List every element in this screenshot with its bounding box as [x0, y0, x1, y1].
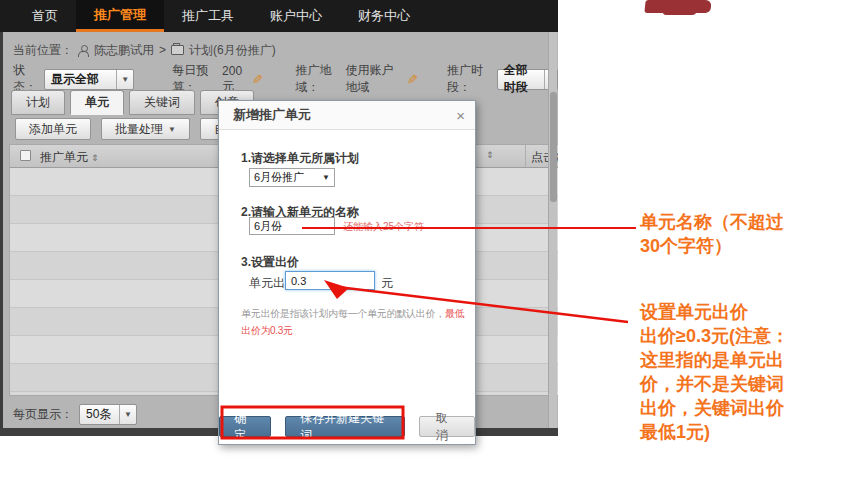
nav-item-promotion-tools[interactable]: 推广工具 — [164, 0, 252, 32]
folder-icon — [171, 45, 184, 55]
schedule-value: 全部时段 — [498, 62, 545, 96]
vertical-scrollbar[interactable] — [548, 32, 557, 428]
status-value: 显示全部 — [45, 71, 105, 88]
bid-note: 单元出价是指该计划内每一个单元的默认出价，最低出价为0.3元 — [241, 305, 467, 339]
top-nav: 首页 推广管理 推广工具 账户中心 财务中心 — [0, 0, 558, 32]
nav-item-home[interactable]: 首页 — [14, 0, 76, 32]
chevron-down-icon: ▼ — [119, 405, 136, 424]
close-icon[interactable]: × — [456, 108, 465, 123]
screenshot-stage: 首页 推广管理 推广工具 账户中心 财务中心 当前位置： 陈志鹏试用 > 计划(… — [0, 0, 855, 480]
new-unit-modal: 新增推广单元 × 1.请选择单元所属计划 6月份推广 ▼ 2.请输入新单元的名称… — [218, 100, 476, 445]
tab-plan[interactable]: 计划 — [11, 90, 65, 115]
plan-select-value: 6月份推广 — [254, 170, 304, 185]
tab-unit[interactable]: 单元 — [70, 90, 124, 115]
bid-note-gray: 单元出价是指该计划内每一个单元的默认出价， — [241, 308, 445, 319]
edit-budget-icon[interactable]: ✎ — [252, 72, 263, 87]
edit-region-icon[interactable]: ✎ — [407, 72, 418, 87]
chevron-down-icon: ▼ — [116, 70, 133, 89]
select-all-checkbox[interactable] — [20, 150, 31, 161]
annotation-unit-bid: 设置单元出价 出价≥0.3元(注意： 这里指的是单元出 价，并不是关键词 出价，… — [640, 300, 845, 444]
column-header-unit[interactable]: 推广单元 — [40, 149, 88, 166]
nav-item-account-center[interactable]: 账户中心 — [252, 0, 340, 32]
save-and-new-keyword-button[interactable]: 保存并新建关键词 — [285, 416, 404, 437]
region-value: 使用账户地域 — [345, 62, 401, 96]
unit-bid-input[interactable]: 0.3 — [285, 271, 375, 290]
redaction-blob — [644, 0, 711, 13]
per-page-dropdown[interactable]: 50条 ▼ — [79, 404, 137, 425]
sort-icon[interactable]: ⇕ — [91, 153, 99, 163]
confirm-button[interactable]: 确定 — [219, 416, 271, 437]
add-unit-label: 添加单元 — [29, 121, 77, 138]
modal-title: 新增推广单元 — [233, 106, 311, 124]
step1-label: 1.请选择单元所属计划 — [241, 150, 359, 167]
status-dropdown[interactable]: 显示全部 ▼ — [44, 69, 134, 90]
breadcrumb-user[interactable]: 陈志鹏试用 — [94, 42, 154, 59]
modal-header: 新增推广单元 × — [219, 101, 475, 130]
schedule-label: 推广时段： — [447, 62, 494, 96]
cancel-button[interactable]: 取消 — [419, 416, 475, 437]
plan-select[interactable]: 6月份推广 ▼ — [249, 168, 335, 187]
unit-name-input[interactable]: 6月份 — [249, 217, 335, 235]
breadcrumb-plan[interactable]: 计划(6月份推广) — [189, 42, 276, 59]
tab-keyword[interactable]: 关键词 — [129, 90, 195, 115]
chevron-down-icon: ▼ — [322, 173, 330, 182]
modal-footer: 确定 保存并新建关键词 取消 — [219, 416, 475, 437]
per-page-value: 50条 — [80, 406, 117, 423]
modal-body: 1.请选择单元所属计划 6月份推广 ▼ 2.请输入新单元的名称 6月份 还能输入… — [219, 130, 475, 445]
scrollbar-thumb[interactable] — [550, 92, 557, 202]
bid-unit-label: 元 — [381, 275, 393, 292]
nav-item-finance-center[interactable]: 财务中心 — [340, 0, 428, 32]
batch-label: 批量处理 — [115, 121, 163, 138]
breadcrumb-separator: > — [159, 43, 166, 57]
nav-item-promotion-manage[interactable]: 推广管理 — [76, 0, 164, 32]
annotation-unit-name: 单元名称（不超过 30个字符） — [640, 210, 845, 258]
breadcrumb-prefix: 当前位置： — [13, 42, 73, 59]
user-icon — [78, 45, 89, 56]
chevron-down-icon: ▼ — [168, 125, 176, 134]
breadcrumb: 当前位置： 陈志鹏试用 > 计划(6月份推广) — [13, 42, 276, 58]
char-counter: 还能输入25个字符 — [343, 220, 424, 234]
batch-actions-button[interactable]: 批量处理 ▼ — [101, 118, 190, 140]
per-page-label: 每页显示： — [13, 406, 73, 423]
add-unit-button[interactable]: 添加单元 — [15, 118, 91, 140]
pagination-bar: 每页显示： 50条 ▼ — [13, 404, 137, 425]
region-label: 推广地域： — [296, 62, 343, 96]
filter-bar: 状态： 显示全部 ▼ 每日预算： 200元 ✎ 推广地域： 使用账户地域 ✎ 推… — [13, 66, 558, 92]
step3-label: 3.设置出价 — [241, 254, 299, 271]
sort-icon[interactable]: ⇕ — [486, 150, 494, 160]
